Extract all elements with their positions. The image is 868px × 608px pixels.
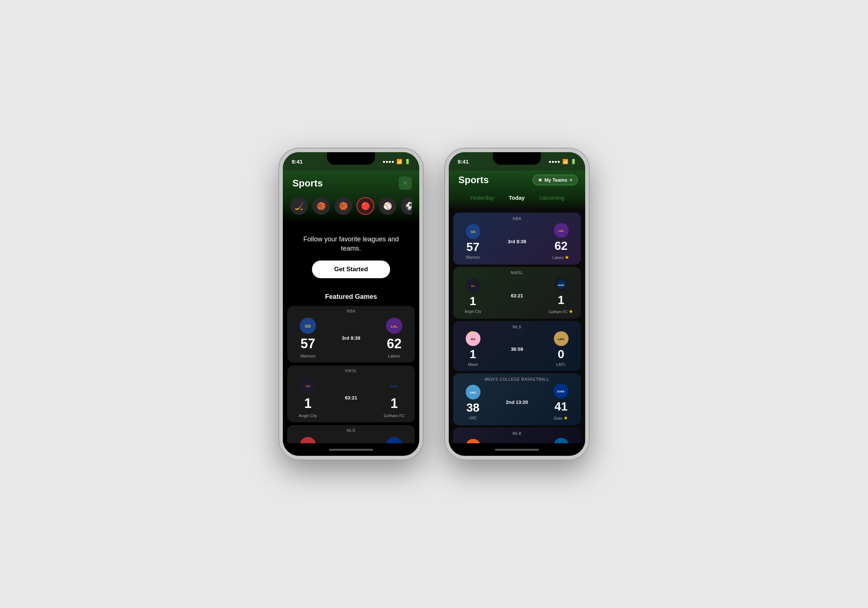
app-title-1: Sports [290,178,322,189]
game-card2-college-bball[interactable]: Men's College Basketball UNC 38 UNC [453,373,581,425]
league-premier[interactable]: ⚽ [401,197,412,215]
gotham-name: Gotham FC [384,413,405,418]
team2-lafc: LAFC 0 LAFC [547,331,575,367]
angel-city-logo-2: AC [466,278,480,293]
game-league2-college: Men's College Basketball [459,376,575,384]
warriors-logo: GS [300,318,316,334]
warriors-name: Warriors [300,354,315,358]
angel-city-logo: AC [300,377,316,393]
game-card2-mlb2[interactable]: MLB SF 4 Giants ⬤⬤⬤ ▲ [453,427,581,443]
game-info-nwsl: 63:21 [345,395,357,401]
svg-point-34 [557,441,566,443]
lakers-logo: LAL [386,318,402,334]
game-info2-nba: 3rd 8:39 [508,239,526,244]
team2-duke: DUKE 41 Duke ★ [547,384,575,421]
giants-logo: SF [466,439,480,444]
game-card-nba[interactable]: NBA GS 57 Warriors [287,306,415,363]
warriors-score-2: 57 [467,240,480,254]
app-title-2: Sports [456,174,488,186]
yankees-logo: NY [386,437,402,443]
svg-text:AC: AC [471,285,475,288]
game-score-mlb: B 3 Red Sox Final [287,434,415,443]
svg-text:LAL: LAL [558,229,564,232]
gotham-logo: NJ/NY [386,377,402,393]
app-name-1: Sports [292,178,322,189]
tab-upcoming[interactable]: Upcoming [532,192,572,203]
team2-unc: UNC 38 UNC [459,385,487,420]
angel-city-name: Angel City [299,413,317,418]
game-score2-college: UNC 38 UNC 2nd 13:20 DUKE [459,384,575,421]
redsox-logo: B [300,437,316,443]
game-score2-nba: GS 57 Warriors 3rd 8:39 LAL [459,223,575,260]
svg-text:DUKE: DUKE [558,390,565,393]
league-nhl[interactable]: 🏒 [290,197,308,215]
game-card2-mls[interactable]: MLS ★ MIA 1 Miami 36: [453,321,581,371]
warriors-logo-2: GS [466,224,480,239]
duke-score: 41 [555,400,568,413]
tabs-row: Yesterday Today Upcoming [456,191,578,204]
game-league2-mls: MLS [459,323,575,331]
notch-2 [493,152,541,165]
league-mlb[interactable]: ⚾ [379,197,397,215]
svg-text:MIA: MIA [471,338,475,340]
nba-status-2: 3rd 8:39 [508,239,526,244]
gotham-fav: ★ [569,308,574,314]
gotham-logo-2: NJ/NY [554,277,569,292]
angel-city-score: 1 [304,396,312,411]
duke-name: Duke ★ [554,415,568,421]
duke-fav: ★ [563,415,568,421]
warriors-name-2: Warriors [466,255,480,260]
leagues-row: 🏒 🏀 🏀 🔴 ⚾ ⚽ 🎽 [290,197,412,216]
team2-miami: ★ MIA 1 Miami [459,331,487,367]
game-score2-nwsl: AC 1 Angel City 63:21 NJ/NY [459,277,575,314]
svg-point-8 [303,440,313,443]
lakers-fav-star: ★ [564,254,569,260]
battery-icon: 🔋 [405,159,411,164]
dodgers-logo: LAD [554,438,569,443]
miami-score: 1 [470,348,476,361]
miami-logo-2: MIA [466,331,480,346]
signal-icon: ●●●● [383,159,394,164]
app-name-2: Sports [458,174,488,186]
phone-1-content: Sports ≡ 🏒 🏀 🏀 🔴 ⚾ ⚽ 🎽 [283,170,419,443]
team-gotham: NJ/NY 1 Gotham FC [380,377,409,418]
unc-score: 38 [467,401,480,415]
get-started-button[interactable]: Get Started [312,260,390,278]
svg-text:NJ/NY: NJ/NY [391,385,398,388]
status-icons-2: ●●●● 📶 🔋 [549,159,576,164]
home-indicator-2 [495,449,539,451]
miami-fav-star: ★ [470,330,473,334]
menu-button-1[interactable]: ≡ [398,176,412,190]
svg-text:LAL: LAL [391,325,397,328]
game-score2-mls: ★ MIA 1 Miami 36:59 [459,331,575,367]
game-card2-nwsl[interactable]: NWSL AC 1 Angel City 63:21 [453,267,581,319]
phone-2: 9:41 ●●●● 📶 🔋 Sports ★ My Teams [445,149,589,459]
svg-text:AC: AC [306,384,310,388]
game-score-nba: GS 57 Warriors 3rd 8:39 [287,315,415,363]
nba-status: 3rd 8:39 [342,335,360,341]
tab-yesterday[interactable]: Yesterday [462,192,501,203]
game-info2-nwsl: 63:21 [511,293,523,299]
league-nba[interactable]: 🏀 [335,197,352,215]
mls-status-2: 36:59 [511,347,523,352]
game-card2-nba[interactable]: NBA GS 57 Warriors 3rd 8:39 [453,213,581,265]
svg-text:GS: GS [305,324,311,328]
unc-name: UNC [469,416,477,420]
notch [327,152,375,165]
lakers-name: Lakers [388,354,400,358]
lafc-score: 0 [558,348,564,361]
tab-today[interactable]: Today [501,192,532,203]
game-card-nwsl[interactable]: NWSL AC 1 Angel City [287,365,415,422]
svg-point-10 [389,440,399,443]
lakers-name-2: Lakers ★ [553,254,570,260]
app-header-1: Sports ≡ 🏒 🏀 🏀 🔴 ⚾ ⚽ 🎽 [283,170,419,224]
league-mls-active[interactable]: 🔴 [356,197,374,215]
app-title-row-2: Sports ★ My Teams ≡ [456,174,578,186]
unc-logo: UNC [466,385,480,399]
my-teams-button[interactable]: ★ My Teams ≡ [532,175,578,186]
team-yankees: NY 2 Yankees [380,437,409,443]
league-wnba[interactable]: 🏀 [312,197,330,215]
game-card-mlb[interactable]: MLB B 3 Red Sox [287,425,415,443]
team2-warriors: GS 57 Warriors [459,224,487,260]
phone-2-content: Sports ★ My Teams ≡ Yesterday Today Upco… [449,170,585,443]
